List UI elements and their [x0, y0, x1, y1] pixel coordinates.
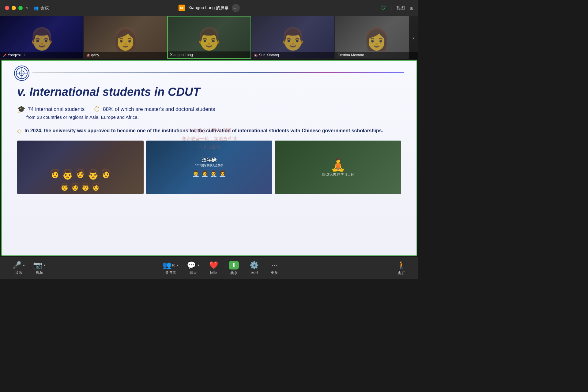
- minimize-button[interactable]: [12, 6, 16, 10]
- clock-icon: ⏱: [94, 105, 100, 113]
- titlebar-right: 🛡 视图 ⊞: [381, 5, 413, 11]
- pin-icon: 📌: [3, 54, 6, 57]
- stat-masters: ⏱ 88% of which are master's and doctoral…: [94, 105, 215, 113]
- participant-card-gaby[interactable]: 👩 🔇 gaby: [84, 16, 167, 59]
- mute-icon-sun: 🔇: [254, 54, 258, 57]
- grid-icon[interactable]: ⊞: [410, 6, 413, 10]
- audio-button[interactable]: 🎤 ▲ 音频: [9, 260, 28, 277]
- more-button[interactable]: ··· 更多: [265, 260, 284, 277]
- view-label[interactable]: 视图: [396, 5, 405, 11]
- participant-name-cristina: Cristina Moyano: [335, 52, 418, 58]
- participants-strip: 👨 📌 Yongzhi Liu 👩 🔇 gaby 👨 Xianguo Lang …: [0, 16, 418, 59]
- participants-chevron-icon: ▲: [176, 264, 179, 266]
- audio-icon-group: 🎤 ▲: [12, 262, 25, 269]
- leave-button[interactable]: 🚶 离开: [394, 259, 409, 278]
- participant-name-xianguo: Xianguo Lang: [168, 51, 251, 58]
- leave-icon: 🚶: [397, 261, 406, 270]
- slide-images: 👩 👨 👩 👨 👩 👨 👩 👨 👩: [17, 141, 401, 194]
- next-participants-button[interactable]: ›: [409, 16, 418, 59]
- participant-name-gaby: 🔇 gaby: [84, 52, 167, 58]
- hanzi-title: 汉字缘: [192, 157, 226, 164]
- video-button[interactable]: 📷 ▲ 视频: [30, 260, 49, 277]
- screen-badge: XL: [179, 5, 185, 11]
- divider: [391, 5, 391, 11]
- stat-masters-text: 88% of which are master's and doctoral s…: [103, 106, 215, 113]
- stat-students: 🎓 74 international students: [17, 105, 85, 113]
- slide-logo: [14, 66, 29, 81]
- more-options-button[interactable]: ···: [232, 4, 240, 12]
- graduation-icon: 🎓: [17, 105, 25, 113]
- audio-label: 音频: [15, 270, 22, 275]
- toolbar: 🎤 ▲ 音频 📷 ▲ 视频 👥 10 ▲ 参与者 💬: [0, 257, 418, 279]
- bullet-text: In 2024, the university was approved to …: [24, 127, 383, 134]
- share-icon: ⬆: [229, 261, 239, 270]
- chat-button[interactable]: 💬 ▲ 聊天: [184, 260, 203, 277]
- screen-share-title: XL Xianguo Lang 的屏幕 ···: [179, 4, 240, 12]
- participants-button[interactable]: 👥 10 ▲ 参与者: [159, 260, 182, 277]
- screen-title-label: Xianguo Lang 的屏幕: [188, 5, 229, 11]
- react-button[interactable]: ❤️ 回应: [205, 260, 223, 277]
- participants-label: 参与者: [165, 270, 176, 275]
- react-label: 回应: [210, 270, 217, 275]
- chat-label: 聊天: [190, 270, 197, 275]
- meeting-label: 会议: [40, 5, 49, 11]
- slide-image-3: 🧘 但·这大夫,同学习日付: [275, 141, 401, 194]
- meeting-label-group: 👥 会议: [33, 5, 49, 11]
- participant-card-yongzhi[interactable]: 👨 📌 Yongzhi Liu: [0, 16, 84, 59]
- video-label: 视频: [36, 270, 43, 275]
- more-icon: ···: [271, 262, 277, 269]
- chevron-down-icon[interactable]: ∨: [26, 6, 28, 10]
- image-group-photo: 👩 👨 👩 👨 👩 👨 👩 👨 👩: [47, 141, 114, 194]
- participants-count-badge: 10: [172, 263, 175, 267]
- slide-bullet: ◇ In 2024, the university was approved t…: [17, 127, 401, 134]
- slide-image-2: 汉字缘 2024国际故事大会茨亭 👨‍💼 👩‍💼 👨‍💼 👩‍💼: [146, 141, 273, 194]
- participant-name-sun: 🔇 Sun Xintang: [251, 52, 334, 58]
- slide-container: v. International students in CDUT hth华体会…: [1, 60, 417, 256]
- audio-chevron-icon: ▲: [23, 264, 25, 266]
- participants-icon: 👥: [162, 262, 172, 269]
- chat-icon-group: 💬 ▲: [187, 262, 200, 269]
- main-area: v. International students in CDUT hth华体会…: [0, 59, 418, 257]
- share-label: 共享: [230, 271, 238, 276]
- mute-icon-gaby: 🔇: [86, 54, 90, 57]
- chat-chevron-icon: ▲: [197, 264, 200, 266]
- titlebar: ∨ 👥 会议 XL Xianguo Lang 的屏幕 ··· 🛡 视图 ⊞: [0, 0, 418, 16]
- apps-label: 应用: [251, 270, 258, 275]
- maximize-button[interactable]: [18, 6, 23, 10]
- more-label: 更多: [271, 270, 278, 275]
- slide-image-1: 👩 👨 👩 👨 👩 👨 👩 👨 👩: [17, 141, 144, 194]
- stat-students-text: 74 international students: [28, 106, 85, 113]
- taichi-caption: 但·这大夫,同学习日付: [322, 172, 354, 177]
- hanzi-subtitle: 2024国际故事大会茨亭: [192, 164, 226, 168]
- slide-header-decoration: [32, 72, 404, 73]
- react-icon: ❤️: [209, 262, 218, 269]
- participant-card-sun[interactable]: 👨 🔇 Sun Xintang: [251, 16, 335, 59]
- apps-button[interactable]: ⚙️ 应用: [245, 260, 263, 277]
- close-button[interactable]: [5, 6, 9, 10]
- window-controls: [5, 6, 23, 10]
- meeting-icon: 👥: [33, 6, 39, 10]
- video-icon-group: 📷 ▲: [33, 262, 46, 269]
- leave-label: 离开: [398, 271, 405, 276]
- video-icon: 📷: [33, 262, 42, 269]
- participant-card-cristina[interactable]: 👩 Cristina Moyano: [335, 16, 418, 59]
- stat-subtext: from 23 countries or regions in Asia, Eu…: [26, 115, 401, 120]
- participants-icon-group: 👥 10 ▲: [162, 262, 179, 269]
- toolbar-center: 👥 10 ▲ 参与者 💬 ▲ 聊天 ❤️ 回应 ⬆ 共享 ⚙️ 应: [159, 259, 284, 278]
- slide-content: v. International students in CDUT hth华体会…: [2, 61, 417, 255]
- shield-icon: 🛡: [381, 5, 386, 11]
- toolbar-left: 🎤 ▲ 音频 📷 ▲ 视频: [9, 260, 49, 277]
- apps-icon: ⚙️: [250, 262, 259, 269]
- diamond-icon: ◇: [17, 128, 21, 134]
- video-chevron-icon: ▲: [43, 264, 46, 266]
- microphone-muted-icon: 🎤: [12, 262, 21, 269]
- slide-stats: 🎓 74 international students ⏱ 88% of whi…: [17, 105, 401, 113]
- participant-name-yongzhi: 📌 Yongzhi Liu: [0, 52, 83, 58]
- chat-icon: 💬: [187, 262, 196, 269]
- share-button[interactable]: ⬆ 共享: [225, 259, 243, 278]
- slide-title: v. International students in CDUT: [17, 85, 401, 99]
- participant-card-xianguo[interactable]: 👨 Xianguo Lang: [167, 16, 251, 59]
